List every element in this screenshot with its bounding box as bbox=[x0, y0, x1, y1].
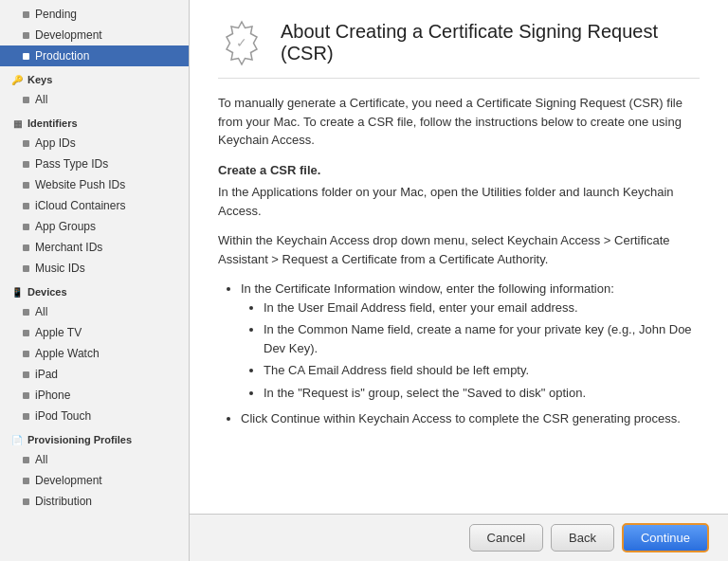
sidebar-item-label-pass-type-ids: Pass Type IDs bbox=[35, 157, 108, 171]
bullet-item-1: Click Continue within Keychain Access to… bbox=[241, 409, 700, 428]
sidebar-item-label-app-groups: App Groups bbox=[35, 220, 96, 233]
sidebar-item-label-ipad: iPad bbox=[35, 368, 58, 381]
bullet-list: In the Certificate Information window, e… bbox=[218, 280, 700, 428]
content-area: ✓ About Creating a Certificate Signing R… bbox=[190, 0, 728, 514]
sidebar-item-label-ipod-touch: iPod Touch bbox=[35, 409, 91, 423]
sidebar-item-apple-tv[interactable]: Apple TV bbox=[0, 322, 189, 343]
sidebar-item-label-merchant-ids: Merchant IDs bbox=[35, 241, 102, 254]
device-icon: 📱 bbox=[11, 286, 23, 298]
content-body: To manually generate a Certificate, you … bbox=[218, 94, 700, 428]
sidebar-item-label-apple-tv: Apple TV bbox=[35, 326, 82, 339]
step1-text: In the Applications folder on your Mac, … bbox=[218, 183, 700, 220]
sub-bullet-0-0: In the User Email Address field, enter y… bbox=[264, 299, 700, 317]
bullet-text-1: Click Continue within Keychain Access to… bbox=[241, 411, 681, 425]
sidebar-item-label-pending: Pending bbox=[35, 8, 77, 21]
sub-bullet-text-0-2: The CA Email Address field should be lef… bbox=[264, 363, 529, 377]
sidebar-item-label-prov-all: All bbox=[35, 453, 47, 466]
sidebar-item-label-website-push-ids: Website Push IDs bbox=[35, 178, 125, 191]
item-dot-pending bbox=[23, 11, 29, 18]
step2-text: Within the Keychain Access drop down men… bbox=[218, 231, 700, 268]
sidebar-item-ipad[interactable]: iPad bbox=[0, 364, 189, 385]
sidebar-item-label-production: Production bbox=[35, 49, 89, 63]
sidebar-item-label-devices-all: All bbox=[35, 305, 47, 318]
bullet-text-0: In the Certificate Information window, e… bbox=[241, 281, 614, 296]
sidebar-identifiers-title: Identifiers bbox=[27, 118, 78, 129]
sidebar-item-label-music-ids: Music IDs bbox=[35, 262, 85, 275]
sidebar-provisioning-title: Provisioning Profiles bbox=[27, 434, 132, 445]
sidebar-devices-group: 📱 Devices All Apple TV Apple Watch iPad bbox=[0, 279, 189, 426]
sub-bullet-text-0-0: In the User Email Address field, enter y… bbox=[264, 300, 578, 315]
sidebar-item-label-prov-development: Development bbox=[35, 474, 102, 487]
sidebar-item-ipod-touch[interactable]: iPod Touch bbox=[0, 406, 189, 426]
sidebar-item-icloud-containers[interactable]: iCloud Containers bbox=[0, 195, 189, 216]
sidebar-item-music-ids[interactable]: Music IDs bbox=[0, 258, 189, 279]
sidebar-item-iphone[interactable]: iPhone bbox=[0, 385, 189, 406]
sidebar-keys-header: 🔑 Keys bbox=[0, 66, 189, 89]
sub-bullet-text-0-1: In the Common Name field, create a name … bbox=[264, 322, 692, 355]
sidebar-item-label-development: Development bbox=[35, 28, 102, 42]
doc-icon: 📄 bbox=[11, 434, 23, 445]
item-dot-keys-all bbox=[23, 97, 29, 103]
sub-bullet-0-2: The CA Email Address field should be lef… bbox=[264, 361, 700, 380]
sub-bullet-text-0-3: In the "Request is" group, select the "S… bbox=[264, 386, 586, 400]
sidebar-keys-group: 🔑 Keys All bbox=[0, 66, 189, 110]
sidebar-item-merchant-ids[interactable]: Merchant IDs bbox=[0, 237, 189, 258]
sidebar-item-label-iphone: iPhone bbox=[35, 389, 70, 402]
sidebar-item-website-push-ids[interactable]: Website Push IDs bbox=[0, 174, 189, 195]
section-label: Create a CSR file. bbox=[218, 161, 700, 180]
sidebar-item-label-keys-all: All bbox=[35, 93, 47, 106]
intro-text: To manually generate a Certificate, you … bbox=[218, 94, 700, 150]
sidebar-item-development[interactable]: Development bbox=[0, 25, 189, 45]
sidebar-item-prov-development[interactable]: Development bbox=[0, 470, 189, 491]
sidebar-certificates-group: Pending Development Production bbox=[0, 4, 189, 66]
sidebar-provisioning-header: 📄 Provisioning Profiles bbox=[0, 426, 189, 449]
sidebar-item-apple-watch[interactable]: Apple Watch bbox=[0, 343, 189, 364]
item-dot-development bbox=[23, 32, 29, 39]
sub-bullet-list-0: In the User Email Address field, enter y… bbox=[241, 299, 700, 403]
sidebar-item-pass-type-ids[interactable]: Pass Type IDs bbox=[0, 154, 189, 174]
sidebar-item-app-ids[interactable]: App IDs bbox=[0, 133, 189, 154]
svg-text:✓: ✓ bbox=[236, 35, 247, 50]
sidebar-item-label-apple-watch: Apple Watch bbox=[35, 347, 100, 360]
sidebar-item-app-groups[interactable]: App Groups bbox=[0, 216, 189, 237]
sidebar: Pending Development Production 🔑 Keys Al… bbox=[0, 0, 190, 561]
sidebar-devices-header: 📱 Devices bbox=[0, 279, 189, 301]
sidebar-item-label-icloud-containers: iCloud Containers bbox=[35, 199, 125, 212]
sidebar-provisioning-group: 📄 Provisioning Profiles All Development … bbox=[0, 426, 189, 512]
cancel-button[interactable]: Cancel bbox=[469, 524, 543, 552]
back-button[interactable]: Back bbox=[551, 524, 614, 552]
sidebar-item-prov-distribution[interactable]: Distribution bbox=[0, 491, 189, 512]
sidebar-item-production[interactable]: Production bbox=[0, 45, 189, 66]
sidebar-item-keys-all[interactable]: All bbox=[0, 89, 189, 110]
sidebar-item-label-prov-distribution: Distribution bbox=[35, 495, 92, 508]
grid-icon: ▦ bbox=[11, 118, 23, 129]
page-title: About Creating a Certificate Signing Req… bbox=[281, 21, 700, 64]
continue-button[interactable]: Continue bbox=[622, 523, 709, 552]
certificate-badge-icon: ✓ bbox=[218, 19, 265, 66]
sub-bullet-0-3: In the "Request is" group, select the "S… bbox=[264, 384, 700, 403]
sidebar-item-prov-all[interactable]: All bbox=[0, 449, 189, 470]
key-icon: 🔑 bbox=[11, 74, 23, 85]
item-dot-production bbox=[23, 53, 29, 60]
sub-bullet-0-1: In the Common Name field, create a name … bbox=[264, 320, 700, 357]
sidebar-item-pending[interactable]: Pending bbox=[0, 4, 189, 25]
page-header: ✓ About Creating a Certificate Signing R… bbox=[218, 19, 700, 79]
sidebar-identifiers-header: ▦ Identifiers bbox=[0, 110, 189, 133]
sidebar-item-devices-all[interactable]: All bbox=[0, 301, 189, 322]
sidebar-keys-title: Keys bbox=[27, 74, 52, 85]
sidebar-item-label-app-ids: App IDs bbox=[35, 136, 76, 150]
sidebar-identifiers-group: ▦ Identifiers App IDs Pass Type IDs Webs… bbox=[0, 110, 189, 279]
main-content: ✓ About Creating a Certificate Signing R… bbox=[190, 0, 728, 561]
footer: Cancel Back Continue bbox=[190, 514, 728, 561]
sidebar-devices-title: Devices bbox=[27, 286, 67, 298]
bullet-item-0: In the Certificate Information window, e… bbox=[241, 280, 700, 402]
